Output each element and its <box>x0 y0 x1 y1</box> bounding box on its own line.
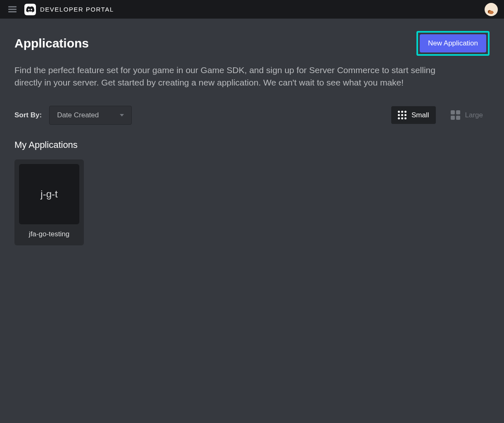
view-toggles: Small Large <box>391 106 490 124</box>
controls-row: Sort By: Date Created Small Large <box>14 106 490 125</box>
topbar: DEVELOPER PORTAL <box>0 0 504 19</box>
header-row: Applications New Application <box>14 31 490 56</box>
portal-title: DEVELOPER PORTAL <box>40 6 114 13</box>
new-application-highlight: New Application <box>416 31 490 56</box>
app-grid: j-g-t jfa-go-testing <box>14 159 490 245</box>
sort-select[interactable]: Date Created <box>49 106 132 125</box>
sort-group: Sort By: Date Created <box>14 106 132 125</box>
page-description: Find the perfect feature set for your ga… <box>14 64 452 89</box>
grid-large-icon <box>451 110 460 120</box>
page-title: Applications <box>14 36 89 50</box>
app-name: jfa-go-testing <box>19 230 79 241</box>
avatar[interactable] <box>485 3 498 16</box>
view-large-button[interactable]: Large <box>444 106 490 124</box>
main-content: Applications New Application Find the pe… <box>0 19 504 258</box>
sort-label: Sort By: <box>14 111 42 119</box>
view-large-label: Large <box>465 111 483 119</box>
view-small-label: Small <box>411 111 429 119</box>
topbar-left: DEVELOPER PORTAL <box>6 4 114 15</box>
hamburger-menu-icon[interactable] <box>6 4 19 14</box>
app-thumbnail: j-g-t <box>19 164 79 224</box>
discord-logo-icon <box>24 4 36 15</box>
chevron-down-icon <box>120 114 124 116</box>
section-title: My Applications <box>14 140 490 150</box>
logo[interactable]: DEVELOPER PORTAL <box>24 4 114 15</box>
app-card[interactable]: j-g-t jfa-go-testing <box>14 159 84 245</box>
sort-selected-value: Date Created <box>57 111 99 119</box>
grid-small-icon <box>398 111 407 119</box>
new-application-button[interactable]: New Application <box>420 34 486 52</box>
view-small-button[interactable]: Small <box>391 106 436 124</box>
